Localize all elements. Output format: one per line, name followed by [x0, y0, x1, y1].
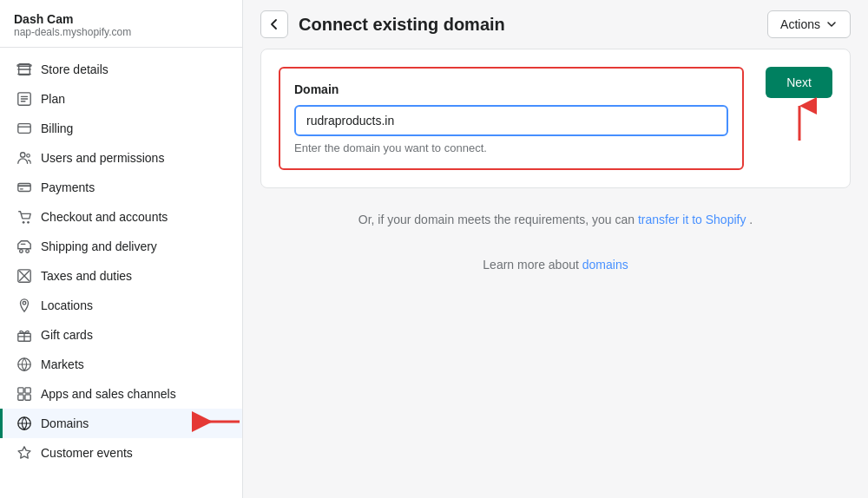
svg-rect-16 [18, 395, 23, 400]
transfer-line: Or, if your domain meets the requirement… [260, 213, 851, 226]
sidebar-item-taxes[interactable]: Taxes and duties [0, 261, 242, 291]
plan-icon [16, 91, 32, 107]
sidebar-item-store-details-label: Store details [41, 62, 108, 76]
sidebar-item-apps-label: Apps and sales channels [41, 387, 176, 401]
learn-more-prefix: Learn more about [483, 258, 579, 272]
transfer-prefix: Or, if your domain meets the requirement… [358, 213, 635, 226]
actions-label: Actions [780, 17, 820, 31]
svg-point-9 [26, 250, 30, 253]
sidebar-item-shipping[interactable]: Shipping and delivery [0, 232, 242, 261]
store-icon [16, 62, 32, 77]
sidebar: Dash Cam nap-deals.myshopify.com Store d… [0, 0, 243, 498]
apps-icon [16, 386, 32, 402]
topbar: Connect existing domain Actions [243, 0, 868, 49]
sidebar-item-domains-label: Domains [41, 416, 89, 430]
sidebar-nav: Store details Plan Billing Users and per… [0, 48, 242, 475]
payments-icon [16, 180, 32, 195]
store-url: nap-deals.myshopify.com [14, 26, 228, 38]
domain-hint: Enter the domain you want to connect. [294, 141, 728, 154]
page-title: Connect existing domain [299, 15, 505, 35]
sidebar-header: Dash Cam nap-deals.myshopify.com [0, 0, 242, 48]
sidebar-item-billing[interactable]: Billing [0, 114, 242, 143]
events-icon [16, 445, 32, 461]
sidebar-item-checkout[interactable]: Checkout and accounts [0, 202, 242, 232]
next-button[interactable]: Next [766, 67, 832, 98]
learn-more-line: Learn more about domains [260, 258, 851, 272]
svg-rect-17 [25, 395, 30, 400]
sidebar-item-gift-cards-label: Gift cards [41, 328, 93, 342]
svg-rect-5 [18, 184, 30, 192]
domains-arrow-annotation [183, 409, 243, 438]
sidebar-item-checkout-label: Checkout and accounts [41, 210, 168, 224]
sidebar-item-locations[interactable]: Locations [0, 291, 242, 320]
svg-rect-2 [18, 124, 30, 134]
sidebar-item-payments-label: Payments [41, 180, 95, 194]
transfer-suffix: . [749, 213, 753, 226]
back-button[interactable] [260, 10, 288, 38]
svg-point-11 [23, 302, 26, 305]
sidebar-item-plan[interactable]: Plan [0, 84, 242, 114]
transfer-link[interactable]: transfer it to Shopify [638, 213, 746, 226]
content-area: Domain Enter the domain you want to conn… [243, 49, 868, 289]
sidebar-item-customer-events-label: Customer events [41, 446, 133, 460]
locations-icon [16, 298, 32, 313]
actions-button[interactable]: Actions [767, 10, 851, 38]
sidebar-item-customer-events[interactable]: Customer events [0, 438, 242, 468]
sidebar-item-plan-label: Plan [41, 92, 65, 106]
sidebar-item-apps[interactable]: Apps and sales channels [0, 379, 242, 409]
gift-icon [16, 327, 32, 343]
domain-card: Domain Enter the domain you want to conn… [260, 49, 851, 188]
svg-rect-15 [25, 388, 30, 393]
sidebar-item-gift-cards[interactable]: Gift cards [0, 320, 242, 350]
svg-point-6 [23, 221, 25, 224]
svg-point-7 [27, 221, 30, 224]
sidebar-item-users[interactable]: Users and permissions [0, 143, 242, 173]
domain-label: Domain [294, 82, 728, 96]
sidebar-item-markets-label: Markets [41, 357, 84, 371]
sidebar-item-users-label: Users and permissions [41, 151, 164, 165]
next-button-wrapper: Next [766, 67, 832, 98]
svg-point-3 [21, 153, 25, 157]
svg-rect-14 [18, 388, 23, 393]
sidebar-item-shipping-label: Shipping and delivery [41, 239, 157, 253]
learn-more-link[interactable]: domains [582, 258, 628, 272]
svg-point-8 [20, 250, 23, 253]
markets-icon [16, 357, 32, 372]
users-icon [16, 150, 32, 166]
sidebar-item-payments[interactable]: Payments [0, 173, 242, 202]
main-content: Connect existing domain Actions Domain E… [243, 0, 868, 498]
topbar-left: Connect existing domain [260, 10, 505, 38]
sidebar-item-markets[interactable]: Markets [0, 350, 242, 379]
checkout-icon [16, 209, 32, 225]
sidebar-item-locations-label: Locations [41, 298, 93, 312]
svg-point-4 [27, 154, 30, 158]
taxes-icon [16, 268, 32, 284]
domain-card-inner: Domain Enter the domain you want to conn… [279, 67, 744, 170]
domain-input[interactable] [294, 105, 728, 136]
store-name: Dash Cam [14, 12, 228, 26]
sidebar-item-taxes-label: Taxes and duties [41, 269, 132, 283]
sidebar-item-store-details[interactable]: Store details [0, 55, 242, 84]
shipping-icon [16, 239, 32, 254]
sidebar-item-billing-label: Billing [41, 121, 73, 135]
billing-icon [16, 121, 32, 136]
next-arrow-annotation [782, 97, 817, 148]
globe-icon [16, 416, 32, 431]
